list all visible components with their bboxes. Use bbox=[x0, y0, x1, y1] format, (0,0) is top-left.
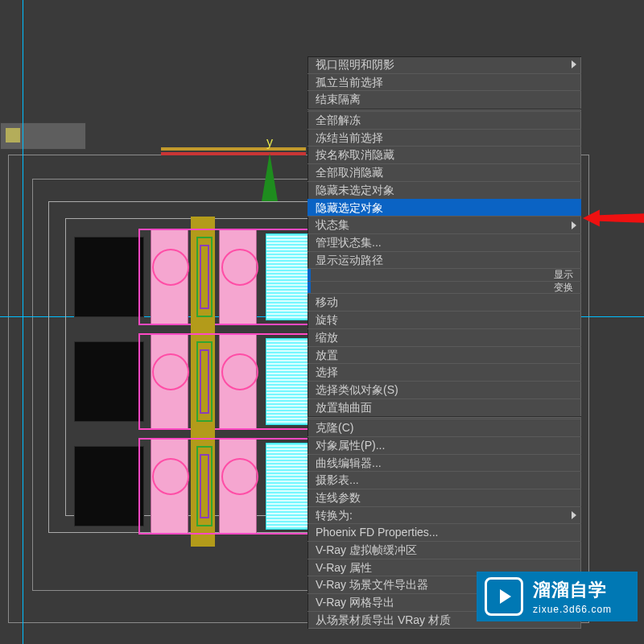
menu-item[interactable]: 放置 bbox=[308, 346, 581, 364]
menu-item[interactable]: 显示运动路径 bbox=[308, 251, 581, 269]
menu-item[interactable]: 缩放 bbox=[308, 328, 581, 346]
menu-section-label: 显示 bbox=[308, 268, 581, 281]
brand-title: 溜溜自学 bbox=[533, 578, 612, 602]
circle-outline bbox=[152, 353, 189, 390]
menu-item[interactable]: 按名称取消隐藏 bbox=[308, 146, 581, 163]
menu-section-label: 变换 bbox=[308, 281, 581, 294]
menu-item[interactable]: 管理状态集... bbox=[308, 233, 581, 251]
top-bar-red bbox=[161, 152, 306, 155]
menu-item[interactable]: 曲线编辑器... bbox=[308, 454, 581, 472]
menu-item[interactable]: Phoenix FD Properties... bbox=[308, 523, 581, 541]
menu-item[interactable]: 结束隔离 bbox=[308, 90, 581, 108]
menu-item[interactable]: 转换为: bbox=[308, 506, 581, 524]
menu-item[interactable]: 摄影表... bbox=[308, 471, 581, 489]
circle-outline bbox=[221, 458, 258, 495]
dark-block bbox=[74, 237, 144, 317]
center-purple-frame bbox=[200, 454, 209, 518]
menu-item[interactable]: 冻结当前选择 bbox=[308, 129, 581, 147]
top-bar-gold bbox=[161, 147, 306, 151]
menu-separator bbox=[308, 109, 581, 110]
toolbar-fragment bbox=[0, 122, 86, 150]
menu-item[interactable]: 隐藏未选定对象 bbox=[308, 181, 581, 199]
menu-item[interactable]: 旋转 bbox=[308, 311, 581, 328]
menu-item[interactable]: 移动 bbox=[308, 293, 581, 311]
circle-outline bbox=[152, 249, 189, 286]
context-menu[interactable]: 视口照明和阴影孤立当前选择结束隔离全部解冻冻结当前选择按名称取消隐藏全部取消隐藏… bbox=[308, 56, 581, 629]
circle-outline bbox=[152, 458, 189, 495]
menu-item[interactable]: 放置轴曲面 bbox=[308, 398, 581, 416]
menu-item[interactable]: 连线参数 bbox=[308, 489, 581, 506]
menu-item[interactable]: 全部解冻 bbox=[308, 111, 581, 129]
circle-outline bbox=[221, 249, 258, 286]
menu-item[interactable]: 视口照明和阴影 bbox=[308, 56, 581, 73]
guide-vertical bbox=[23, 0, 23, 644]
menu-separator bbox=[308, 416, 581, 418]
menu-item[interactable]: V-Ray 虚拟帧缓冲区 bbox=[308, 541, 581, 559]
menu-item[interactable]: 隐藏选定对象 bbox=[308, 199, 581, 217]
dark-block bbox=[74, 341, 144, 422]
circle-outline bbox=[221, 353, 258, 390]
menu-item[interactable]: 孤立当前选择 bbox=[308, 73, 581, 91]
center-purple-frame bbox=[200, 245, 209, 309]
menu-item[interactable]: 选择类似对象(S) bbox=[308, 381, 581, 398]
menu-item[interactable]: 克隆(C) bbox=[308, 419, 581, 436]
brand-logo: 溜溜自学 zixue.3d66.com bbox=[477, 572, 638, 621]
play-icon bbox=[485, 577, 523, 616]
brand-url: zixue.3d66.com bbox=[533, 604, 612, 615]
menu-item[interactable]: 全部取消隐藏 bbox=[308, 163, 581, 181]
menu-item[interactable]: 状态集 bbox=[308, 216, 581, 233]
dark-block bbox=[74, 446, 144, 526]
menu-item[interactable]: 选择 bbox=[308, 363, 581, 381]
center-purple-frame bbox=[200, 349, 209, 414]
menu-item[interactable]: 对象属性(P)... bbox=[308, 436, 581, 454]
axis-gizmo-y[interactable] bbox=[262, 153, 278, 201]
